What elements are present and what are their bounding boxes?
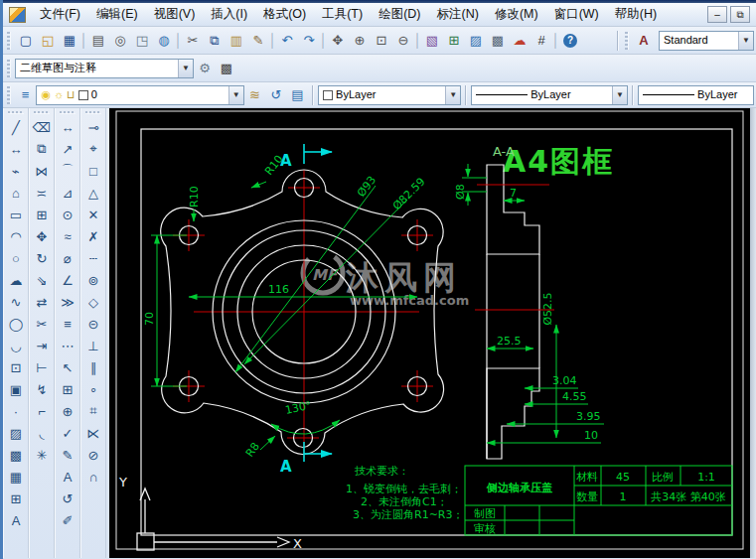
layer-states-button[interactable]: ▤ [287, 84, 308, 106]
copy-button[interactable]: ⧉ [204, 30, 226, 52]
array-tool[interactable]: ⊞ [31, 204, 54, 225]
dim-update-tool[interactable]: ↺ [57, 488, 79, 509]
layer-combo[interactable]: ◉ ☼ ⊔ 0 ▼ [36, 85, 243, 105]
snap-parallel-tool[interactable]: ∥ [82, 356, 105, 378]
minimize-button[interactable]: – [707, 6, 727, 23]
break-at-point-tool[interactable]: ⊢ [31, 356, 54, 378]
toolbar-grip[interactable] [85, 111, 101, 114]
mtext-tool[interactable]: A [5, 509, 28, 531]
workspace-settings-button[interactable]: ⚙ [194, 58, 216, 79]
polygon-tool[interactable]: ⌂ [5, 182, 28, 204]
zoom-realtime-button[interactable]: ⊕ [349, 30, 371, 52]
plot-preview-button[interactable]: ◎ [109, 30, 131, 52]
layer-lock-icon[interactable]: ⊔ [67, 89, 76, 100]
baseline-dim-tool[interactable]: ≡ [57, 313, 79, 335]
inspection-dim-tool[interactable]: ✓ [57, 422, 79, 444]
ellipse-arc-tool[interactable]: ◡ [5, 335, 28, 356]
linear-dim-tool[interactable]: ↔ [57, 116, 79, 138]
workspace-combo[interactable]: 二维草图与注释 ▼ [15, 59, 194, 78]
menu-draw[interactable]: 绘图(D) [371, 4, 428, 25]
new-button[interactable]: ▢ [15, 30, 37, 52]
revcloud-tool[interactable]: ☁ [5, 269, 28, 291]
undo-button[interactable]: ↶ [276, 30, 298, 52]
save-workspace-button[interactable]: ▩ [216, 58, 237, 79]
snap-endpoint-tool[interactable]: □ [82, 160, 105, 182]
plot-button[interactable]: ▤ [87, 30, 109, 52]
angular-dim-tool[interactable]: ∠ [57, 269, 79, 291]
snap-extension-tool[interactable]: ┄ [82, 247, 105, 269]
ellipse-tool[interactable]: ◯ [5, 313, 28, 335]
menu-modify[interactable]: 修改(M) [487, 4, 546, 25]
snap-nearest-tool[interactable]: ⋉ [82, 422, 105, 444]
dim-style-tool[interactable]: ✐ [57, 509, 79, 531]
line-tool[interactable]: ╱ [5, 116, 28, 138]
snap-center-tool[interactable]: ⊚ [82, 269, 105, 291]
menu-file[interactable]: 文件(F) [32, 4, 88, 25]
toolbar-grip[interactable] [7, 32, 11, 50]
ordinate-dim-tool[interactable]: ⊿ [57, 182, 79, 204]
menu-insert[interactable]: 插入(I) [203, 4, 255, 25]
rectangle-tool[interactable]: ▭ [5, 204, 28, 225]
quick-calc-button[interactable]: # [530, 30, 552, 52]
publish-button[interactable]: ◳ [131, 30, 153, 52]
chevron-down-icon[interactable]: ▼ [612, 86, 627, 104]
point-tool[interactable]: · [5, 400, 28, 422]
layer-color-swatch[interactable] [78, 90, 88, 100]
quick-dim-tool[interactable]: ≫ [57, 291, 79, 313]
chevron-down-icon[interactable]: ▼ [738, 32, 753, 50]
toolbar-grip[interactable] [34, 111, 50, 114]
snap-quadrant-tool[interactable]: ◇ [82, 291, 105, 313]
extend-tool[interactable]: ⇥ [31, 335, 54, 356]
center-mark-tool[interactable]: ⊕ [57, 400, 79, 422]
layer-properties-button[interactable]: ≡ [15, 84, 36, 106]
markup-set-manager-button[interactable]: ☁ [509, 30, 530, 52]
save-button[interactable]: ▦ [59, 30, 80, 52]
help-button[interactable]: ? [559, 30, 581, 52]
circle-tool[interactable]: ○ [5, 247, 28, 269]
menu-format[interactable]: 格式(O) [255, 4, 314, 25]
linetype-combo[interactable]: ByLayer ▼ [471, 85, 628, 105]
zoom-previous-button[interactable]: ⊖ [392, 30, 414, 52]
menu-help[interactable]: 帮助(H) [607, 4, 665, 25]
sheet-set-manager-button[interactable]: ▩ [487, 30, 509, 52]
insert-block-tool[interactable]: ⊡ [5, 356, 28, 378]
quick-leader-tool[interactable]: ↖ [57, 356, 79, 378]
radius-dim-tool[interactable]: ⊙ [57, 204, 79, 225]
arc-length-dim-tool[interactable]: ⌒ [57, 160, 79, 182]
layer-freeze-icon[interactable]: ☼ [54, 89, 64, 100]
color-combo[interactable]: ByLayer ▼ [318, 85, 461, 105]
menu-tools[interactable]: 工具(T) [314, 4, 371, 25]
toolbar-grip[interactable] [625, 32, 629, 50]
open-button[interactable]: ◱ [37, 30, 59, 52]
menu-dimension[interactable]: 标注(N) [429, 4, 487, 25]
hatch-tool[interactable]: ▨ [5, 422, 28, 444]
drawing-canvas[interactable]: A4图框 MF 沐风网 www.mfcad.com [109, 108, 750, 558]
make-block-tool[interactable]: ▣ [5, 378, 28, 400]
trim-tool[interactable]: ✂ [31, 313, 54, 335]
arc-tool[interactable]: ◠ [5, 225, 28, 247]
chevron-down-icon[interactable]: ▼ [445, 86, 460, 104]
diameter-dim-tool[interactable]: ⌀ [57, 247, 79, 269]
temp-track-point-tool[interactable]: ⊸ [82, 116, 105, 138]
table-tool[interactable]: ⊞ [5, 488, 28, 509]
move-tool[interactable]: ✥ [31, 225, 54, 247]
chevron-down-icon[interactable]: ▼ [178, 60, 193, 77]
tolerance-tool[interactable]: ⊞ [57, 378, 79, 400]
restore-button[interactable]: ⧉ [730, 6, 750, 23]
fillet-tool[interactable]: ◟ [31, 422, 54, 444]
snap-insert-tool[interactable]: ⌗ [82, 400, 105, 422]
break-tool[interactable]: ↯ [31, 378, 54, 400]
aligned-dim-tool[interactable]: ↗ [57, 138, 79, 160]
design-center-button[interactable]: ⊞ [443, 30, 465, 52]
paste-button[interactable]: ▥ [226, 30, 247, 52]
menu-edit[interactable]: 编辑(E) [88, 4, 146, 25]
dim-text-edit-tool[interactable]: A [57, 466, 79, 488]
menu-view[interactable]: 视图(V) [146, 4, 204, 25]
pan-button[interactable]: ✥ [327, 30, 349, 52]
snap-intersection-tool[interactable]: ✕ [82, 204, 105, 225]
mirror-tool[interactable]: ⋈ [31, 160, 54, 182]
osnap-settings-tool[interactable]: ∩ [82, 466, 105, 488]
layer-on-bulb-icon[interactable]: ◉ [41, 89, 51, 100]
construction-line-tool[interactable]: ↔ [5, 138, 28, 160]
web-button[interactable]: ◍ [153, 30, 175, 52]
